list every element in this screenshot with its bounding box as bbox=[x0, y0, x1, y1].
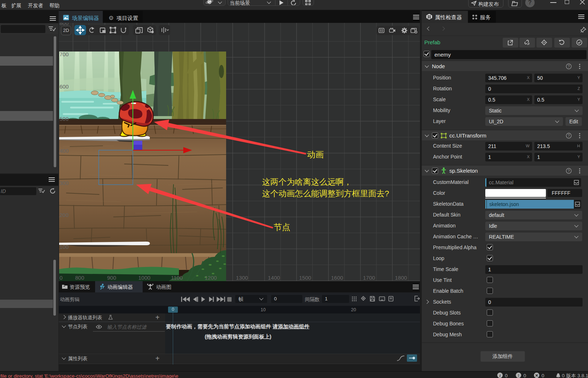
svg-text:?: ? bbox=[568, 169, 570, 173]
svg-text:!: ! bbox=[518, 373, 519, 378]
svg-text:0: 0 bbox=[505, 373, 508, 378]
svg-text:✕: ✕ bbox=[535, 373, 538, 378]
svg-text:0: 0 bbox=[542, 373, 544, 378]
svg-text:0: 0 bbox=[523, 373, 526, 378]
svg-text:?: ? bbox=[568, 134, 570, 138]
svg-text:?: ? bbox=[568, 65, 570, 69]
svg-text:0: 0 bbox=[562, 373, 565, 378]
svg-text:版本 3.8.1: 版本 3.8.1 bbox=[566, 373, 588, 378]
